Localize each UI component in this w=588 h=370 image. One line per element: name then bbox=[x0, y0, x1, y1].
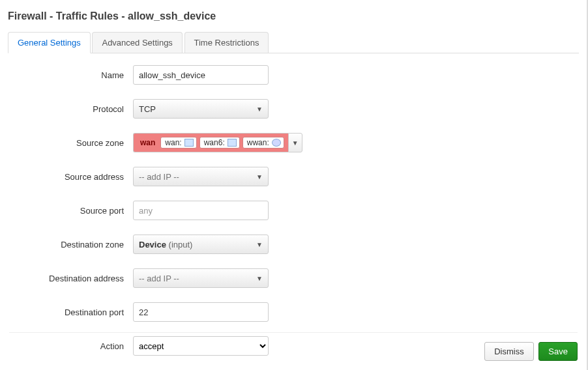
label-destination-address: Destination address bbox=[8, 274, 133, 283]
label-source-port: Source port bbox=[8, 206, 133, 216]
source-address-placeholder: -- add IP -- bbox=[139, 172, 179, 182]
source-address-select[interactable]: -- add IP -- ▼ bbox=[133, 167, 269, 186]
source-zone-name: wan bbox=[138, 138, 158, 147]
interface-label: wan: bbox=[165, 138, 181, 147]
interface-label: wan6: bbox=[204, 138, 225, 147]
wireless-icon bbox=[272, 139, 281, 147]
protocol-select[interactable]: TCP ▼ bbox=[133, 99, 269, 119]
ethernet-icon bbox=[184, 139, 194, 147]
label-destination-port: Destination port bbox=[8, 307, 133, 317]
protocol-value: TCP bbox=[139, 104, 156, 114]
source-zone-select[interactable]: wan wan: wan6: wwan: ▼ bbox=[133, 133, 302, 152]
destination-address-select[interactable]: -- add IP -- ▼ bbox=[133, 268, 269, 288]
dismiss-button[interactable]: Dismiss bbox=[484, 342, 534, 361]
label-source-address: Source address bbox=[8, 172, 133, 182]
chevron-down-icon: ▼ bbox=[256, 241, 263, 248]
source-zone-dropdown-button[interactable]: ▼ bbox=[288, 133, 302, 152]
destination-zone-select[interactable]: Device (input) ▼ bbox=[133, 235, 269, 254]
chevron-down-icon: ▼ bbox=[256, 106, 263, 113]
interface-label: wwan: bbox=[247, 138, 269, 147]
name-input[interactable] bbox=[133, 65, 269, 85]
interface-wwan: wwan: bbox=[243, 137, 284, 149]
ethernet-icon bbox=[228, 139, 237, 147]
interface-wan: wan: bbox=[160, 137, 196, 149]
label-destination-zone: Destination zone bbox=[8, 240, 133, 249]
label-source-zone: Source zone bbox=[8, 138, 133, 148]
chevron-down-icon: ▼ bbox=[292, 139, 299, 147]
destination-zone-device: Device bbox=[139, 240, 166, 249]
tabs: General Settings Advanced Settings Time … bbox=[8, 31, 579, 53]
label-name: Name bbox=[8, 70, 133, 80]
label-protocol: Protocol bbox=[8, 104, 133, 114]
chevron-down-icon: ▼ bbox=[256, 173, 263, 180]
source-port-input[interactable] bbox=[133, 201, 269, 220]
destination-address-placeholder: -- add IP -- bbox=[139, 274, 179, 283]
destination-port-input[interactable] bbox=[133, 302, 269, 322]
page-title: Firewall - Traffic Rules - allow_ssh_dev… bbox=[8, 10, 579, 22]
interface-wan6: wan6: bbox=[199, 137, 240, 149]
footer: Dismiss Save bbox=[9, 332, 578, 361]
source-zone-badge: wan wan: wan6: wwan: bbox=[133, 133, 288, 152]
chevron-down-icon: ▼ bbox=[256, 275, 263, 282]
tab-time-restrictions[interactable]: Time Restrictions bbox=[184, 32, 269, 53]
save-button[interactable]: Save bbox=[538, 342, 578, 361]
destination-zone-sub: (input) bbox=[169, 240, 193, 249]
tab-general-settings[interactable]: General Settings bbox=[8, 32, 91, 53]
tab-advanced-settings[interactable]: Advanced Settings bbox=[92, 32, 182, 53]
